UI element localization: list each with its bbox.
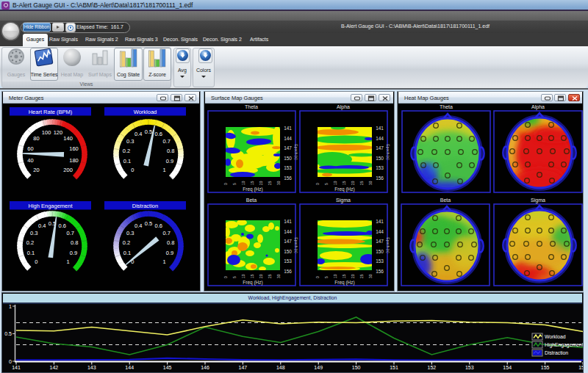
- svg-text:0.7: 0.7: [162, 230, 170, 236]
- svg-text:0.8: 0.8: [167, 148, 174, 154]
- svg-text:Epoch (s): Epoch (s): [386, 237, 390, 253]
- svg-text:20: 20: [351, 181, 355, 185]
- svg-text:0.9: 0.9: [166, 158, 173, 164]
- svg-text:10: 10: [242, 181, 245, 185]
- svg-text:147: 147: [376, 145, 384, 151]
- svg-text:20: 20: [259, 274, 263, 278]
- svg-text:0: 0: [35, 258, 37, 265]
- svg-text:148: 148: [276, 365, 285, 370]
- svg-text:0.3: 0.3: [126, 138, 134, 145]
- svg-text:Workload: Workload: [134, 109, 157, 115]
- svg-text:0.6: 0.6: [59, 222, 66, 229]
- svg-text:0.8: 0.8: [71, 239, 78, 246]
- svg-text:150: 150: [284, 249, 292, 254]
- svg-text:0.2: 0.2: [26, 239, 34, 246]
- svg-text:0.5: 0.5: [145, 128, 152, 135]
- svg-text:144: 144: [125, 365, 134, 370]
- svg-text:151: 151: [390, 365, 398, 370]
- svg-text:150: 150: [284, 156, 292, 161]
- svg-text:145: 145: [163, 365, 172, 370]
- svg-text:153: 153: [376, 165, 384, 170]
- svg-text:153: 153: [284, 165, 292, 170]
- svg-text:Theta: Theta: [440, 104, 453, 109]
- svg-text:156: 156: [376, 269, 384, 274]
- svg-text:141: 141: [284, 219, 292, 224]
- svg-text:Freq (Hz): Freq (Hz): [334, 280, 354, 286]
- svg-text:10: 10: [242, 274, 245, 278]
- svg-text:Alpha: Alpha: [337, 104, 350, 110]
- svg-text:0.2: 0.2: [123, 239, 130, 246]
- svg-text:150: 150: [376, 156, 384, 161]
- svg-text:5: 5: [325, 276, 329, 278]
- svg-text:153: 153: [465, 365, 474, 370]
- svg-text:25: 25: [360, 274, 364, 278]
- svg-text:Distraction: Distraction: [545, 350, 568, 355]
- svg-text:Freq (Hz): Freq (Hz): [334, 186, 354, 192]
- svg-text:1: 1: [163, 167, 166, 173]
- svg-text:149: 149: [314, 365, 323, 370]
- svg-text:Heart Rate (BPM): Heart Rate (BPM): [29, 109, 73, 115]
- svg-text:147: 147: [239, 365, 248, 370]
- svg-text:150: 150: [352, 365, 361, 370]
- svg-text:142: 142: [50, 365, 59, 370]
- svg-text:Beta: Beta: [440, 198, 451, 203]
- svg-text:Distraction: Distraction: [132, 203, 158, 209]
- svg-text:147: 147: [284, 145, 292, 151]
- svg-text:Epoch (s): Epoch (s): [294, 144, 298, 160]
- svg-text:HighEngagement: HighEngagement: [545, 342, 583, 348]
- svg-text:147: 147: [284, 239, 292, 244]
- svg-text:154: 154: [503, 365, 512, 370]
- svg-text:Alpha: Alpha: [531, 104, 545, 110]
- svg-text:40: 40: [27, 157, 33, 164]
- svg-text:Epoch (s): Epoch (s): [386, 144, 390, 160]
- svg-text:143: 143: [87, 365, 96, 370]
- svg-text:0: 0: [224, 183, 228, 185]
- svg-text:Workload: Workload: [545, 334, 566, 339]
- svg-text:144: 144: [376, 136, 384, 141]
- svg-text:5: 5: [233, 183, 237, 185]
- svg-text:20: 20: [351, 274, 355, 278]
- svg-text:5: 5: [325, 183, 329, 185]
- svg-text:0: 0: [9, 359, 12, 364]
- svg-text:144: 144: [284, 136, 292, 141]
- svg-text:15: 15: [343, 181, 346, 185]
- svg-text:150: 150: [376, 249, 384, 254]
- svg-text:0.3: 0.3: [30, 230, 37, 236]
- svg-text:10: 10: [334, 181, 337, 185]
- svg-text:0.1: 0.1: [123, 158, 131, 164]
- svg-text:0.4: 0.4: [135, 222, 142, 229]
- svg-text:100: 100: [42, 129, 51, 136]
- svg-text:20: 20: [259, 181, 263, 185]
- svg-text:0: 0: [316, 183, 320, 185]
- svg-text:60: 60: [27, 145, 33, 152]
- svg-text:146: 146: [201, 365, 209, 370]
- svg-text:30: 30: [277, 181, 281, 185]
- svg-text:Sigma: Sigma: [531, 198, 545, 203]
- svg-text:5: 5: [233, 276, 237, 278]
- svg-text:200: 200: [63, 167, 73, 173]
- svg-text:0.4: 0.4: [135, 131, 142, 137]
- svg-text:30: 30: [369, 274, 373, 278]
- svg-text:0.9: 0.9: [166, 250, 173, 256]
- svg-text:0: 0: [224, 276, 228, 278]
- svg-text:1: 1: [9, 304, 12, 309]
- svg-text:0.1: 0.1: [123, 250, 131, 256]
- svg-text:0.5: 0.5: [145, 220, 152, 227]
- svg-text:25: 25: [360, 181, 364, 185]
- svg-text:0.2: 0.2: [123, 148, 130, 154]
- svg-text:0.3: 0.3: [126, 230, 134, 236]
- svg-text:141: 141: [376, 126, 384, 131]
- svg-text:15: 15: [251, 181, 254, 185]
- svg-text:0.4: 0.4: [38, 222, 46, 229]
- svg-text:0.1: 0.1: [27, 250, 35, 256]
- svg-text:80: 80: [33, 135, 39, 142]
- svg-text:15: 15: [343, 274, 346, 278]
- svg-text:156: 156: [376, 175, 384, 181]
- svg-text:0.7: 0.7: [66, 230, 74, 236]
- svg-text:Sigma: Sigma: [336, 198, 351, 203]
- svg-text:0: 0: [131, 167, 134, 173]
- svg-text:155: 155: [541, 365, 550, 370]
- svg-text:0.6: 0.6: [155, 131, 162, 137]
- svg-text:144: 144: [376, 229, 384, 234]
- svg-text:High Engagement: High Engagement: [28, 203, 73, 209]
